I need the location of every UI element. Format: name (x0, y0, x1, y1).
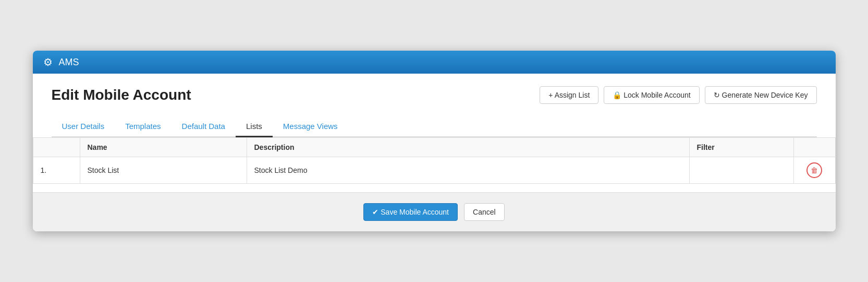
main-content: Edit Mobile Account + Assign List 🔒 Lock… (33, 74, 836, 137)
col-header-description: Description (247, 138, 689, 157)
tab-lists[interactable]: Lists (236, 116, 273, 137)
row-name: Stock List (80, 157, 247, 184)
col-header-filter: Filter (689, 138, 793, 157)
col-header-num (33, 138, 80, 157)
row-action: 🗑 (793, 157, 835, 184)
save-button[interactable]: ✔ Save Mobile Account (363, 203, 458, 221)
trash-icon: 🗑 (811, 166, 818, 174)
row-description: Stock List Demo (247, 157, 689, 184)
footer-bar: ✔ Save Mobile Account Cancel (33, 192, 836, 231)
row-filter (689, 157, 793, 184)
app-window: ⚙ AMS Edit Mobile Account + Assign List … (33, 51, 836, 231)
tab-user-details[interactable]: User Details (52, 116, 115, 137)
page-title: Edit Mobile Account (52, 87, 191, 103)
generate-key-button[interactable]: ↻ Generate New Device Key (705, 86, 817, 104)
col-header-name: Name (80, 138, 247, 157)
tab-default-data[interactable]: Default Data (172, 116, 236, 137)
topbar: ⚙ AMS (33, 51, 836, 74)
gear-icon: ⚙ (43, 56, 53, 68)
table-section: Name Description Filter 1. Stock List St… (33, 137, 836, 184)
spacer (33, 184, 836, 192)
page-header: Edit Mobile Account + Assign List 🔒 Lock… (52, 86, 817, 104)
tab-templates[interactable]: Templates (115, 116, 171, 137)
row-number: 1. (33, 157, 80, 184)
cancel-button[interactable]: Cancel (464, 203, 505, 221)
header-actions: + Assign List 🔒 Lock Mobile Account ↻ Ge… (540, 86, 816, 104)
lock-account-button[interactable]: 🔒 Lock Mobile Account (604, 86, 699, 104)
app-title: AMS (59, 57, 79, 68)
table-header-row: Name Description Filter (33, 138, 835, 157)
table-row: 1. Stock List Stock List Demo 🗑 (33, 157, 835, 184)
tab-bar: User Details Templates Default Data List… (52, 116, 817, 137)
assign-list-button[interactable]: + Assign List (540, 86, 598, 104)
tab-message-views[interactable]: Message Views (273, 116, 348, 137)
lists-table: Name Description Filter 1. Stock List St… (33, 137, 836, 184)
delete-row-button[interactable]: 🗑 (806, 162, 822, 178)
col-header-action (793, 138, 835, 157)
